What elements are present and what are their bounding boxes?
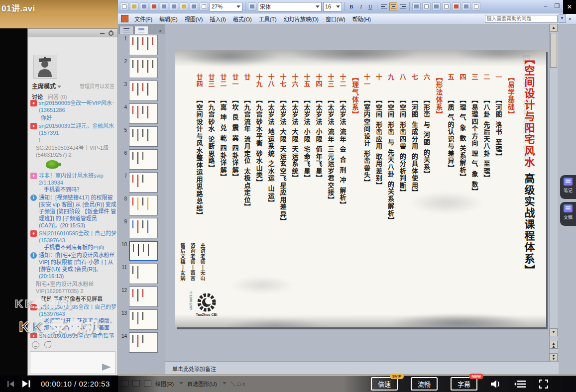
logo-number: 9.12861209	[189, 292, 193, 310]
speed-button[interactable]: 倍速 SVIP	[371, 377, 398, 391]
outline-item: 十【空间 形峦应用 取用差别】	[375, 74, 382, 325]
zoom-select[interactable]: 27%	[210, 2, 242, 11]
menu-0[interactable]: 文件(F)	[131, 14, 156, 24]
pane-close-icon[interactable]: ×	[157, 28, 163, 34]
open-icon[interactable]	[130, 2, 138, 10]
slide-thumbnail-5[interactable]	[129, 126, 158, 147]
slide-thumbnail-4[interactable]	[129, 103, 158, 124]
slide-thumbnail-8[interactable]	[129, 195, 158, 215]
slide-thumbnail-3[interactable]	[129, 81, 158, 101]
align-right-icon[interactable]	[399, 2, 407, 10]
chevron-down-icon[interactable]: ▼	[559, 14, 566, 23]
prev-episode-icon[interactable]	[7, 381, 15, 388]
exit-design-icon[interactable]	[472, 2, 480, 10]
dash-style-icon[interactable]	[442, 2, 451, 10]
playlist-icon[interactable]	[514, 380, 526, 388]
new-icon[interactable]	[120, 2, 128, 10]
slide-scrollbar[interactable]: ▲ ▼ ▲▲ ▼▼	[549, 24, 558, 361]
chat-minimize-icon[interactable]	[100, 33, 105, 34]
quality-button[interactable]: 流畅	[411, 377, 438, 391]
align-left-icon[interactable]	[380, 2, 388, 10]
play-next-icon[interactable]	[22, 380, 31, 388]
underline-button[interactable]: U	[366, 2, 374, 10]
tab-outline[interactable]	[119, 26, 133, 34]
notes-pane[interactable]: 单击此处添加备注	[165, 361, 559, 374]
slide-thumbnail-13[interactable]	[129, 309, 158, 330]
menu-2[interactable]: 视图(V)	[181, 14, 207, 24]
new-badge: NEW	[469, 374, 483, 379]
side-tab-0[interactable]: 笔记	[560, 175, 576, 199]
chat-input[interactable]	[30, 351, 115, 374]
window-minimize-button[interactable]: –	[541, 2, 551, 10]
scroll-up-icon[interactable]: ▲	[550, 24, 558, 32]
share-icon[interactable]	[412, 2, 421, 10]
slide-thumbnail-9[interactable]	[129, 218, 158, 238]
send-icon[interactable]	[102, 364, 111, 371]
slide-thumbnail-1[interactable]	[129, 35, 158, 55]
slide-thumbnail-2[interactable]	[129, 58, 158, 78]
outline-item: 十四【太岁法 小限 值年飞星】	[316, 74, 322, 325]
slide-thumbnail-14[interactable]	[129, 332, 158, 353]
chat-mode-label[interactable]: 主席模式	[32, 82, 61, 90]
chat-power-icon[interactable]	[109, 31, 114, 36]
player-side-tabs: 笔记文稿	[560, 175, 576, 229]
avatar	[33, 55, 57, 79]
line-spacing-icon[interactable]	[422, 2, 431, 10]
menu-4[interactable]: 格式(O)	[230, 14, 255, 24]
download-icon[interactable]	[432, 2, 441, 10]
next-slide-button[interactable]: ▼▼	[550, 353, 558, 361]
menu-6[interactable]: 幻灯片放映(D)	[280, 14, 322, 24]
chat-message-text: 通知：[视频链接417] 的权限被 [安安 vip 客服] 从 [会员(R)] …	[39, 194, 116, 229]
thumbnail-row: 2	[118, 57, 165, 80]
outline-item: 二【八卦 先后天八卦 至理】	[483, 74, 490, 325]
italic-button[interactable]: I	[357, 2, 365, 10]
slide-thumbnail-6[interactable]	[129, 149, 158, 170]
slide-thumbnail-7[interactable]	[129, 172, 158, 193]
align-center-icon[interactable]	[389, 2, 397, 10]
undo-icon[interactable]	[190, 2, 198, 10]
help-search-input[interactable]	[485, 15, 558, 23]
print-preview-icon[interactable]	[160, 2, 168, 10]
turtle-emoji-icon	[46, 160, 59, 169]
menu-8[interactable]: 帮助(H)	[349, 14, 374, 24]
slide-thumbnail-11[interactable]	[129, 264, 158, 284]
previous-slide-button[interactable]: ▲▲	[550, 341, 558, 349]
volume-icon[interactable]	[490, 380, 501, 389]
menu-3[interactable]: 插入(I)	[206, 14, 229, 24]
subtitle-button[interactable]: 字幕 NEW	[451, 377, 477, 391]
spelling-icon[interactable]	[170, 2, 178, 10]
paint-icon[interactable]	[452, 2, 461, 10]
scroll-down-icon[interactable]: ▼	[550, 328, 558, 336]
thumbnail-number: 14	[121, 332, 127, 339]
flower-icon[interactable]	[44, 341, 51, 348]
save-icon[interactable]	[140, 2, 148, 10]
menu-close-icon[interactable]: ×	[567, 16, 573, 22]
notes-placeholder: 单击此处添加备注	[172, 366, 216, 372]
slide-thumbnail-12[interactable]	[129, 287, 158, 307]
print-icon[interactable]	[150, 2, 158, 10]
side-tab-1[interactable]: 文稿	[560, 202, 576, 226]
info-icon: i	[30, 252, 37, 259]
window-maximize-button[interactable]: ❐	[552, 2, 562, 10]
tab-slides[interactable]	[134, 26, 148, 34]
font-select[interactable]: 宋体	[258, 2, 322, 11]
close-icon[interactable]: ×	[563, 0, 576, 14]
grid-icon[interactable]	[248, 2, 256, 10]
thumbnail-number: 12	[121, 287, 127, 293]
chat-message-text: snj20150039兰迎元，金融风水(157391	[39, 122, 116, 136]
org-chart-icon[interactable]	[462, 2, 470, 10]
menu-5[interactable]: 工具(T)	[255, 14, 280, 24]
menu-7[interactable]: 窗口(W)	[322, 14, 349, 24]
credit-line: 售后文稿丨女娲	[179, 243, 186, 322]
scrollbar-thumb[interactable]	[550, 33, 557, 68]
font-size-select[interactable]: 16	[323, 2, 342, 11]
format-painter-icon[interactable]	[180, 2, 188, 10]
outline-item: 一【河图 洛书 至理】	[495, 74, 502, 325]
slide-thumbnail-10[interactable]	[129, 241, 158, 261]
outline-item: 廿三【九宫砂水 论断思路】	[208, 74, 215, 325]
emoji-icon[interactable]	[32, 341, 39, 349]
bold-button[interactable]: B	[347, 2, 355, 10]
menu-1[interactable]: 编辑(E)	[156, 14, 181, 24]
fullscreen-icon[interactable]	[539, 380, 548, 389]
table-icon[interactable]	[200, 2, 208, 10]
